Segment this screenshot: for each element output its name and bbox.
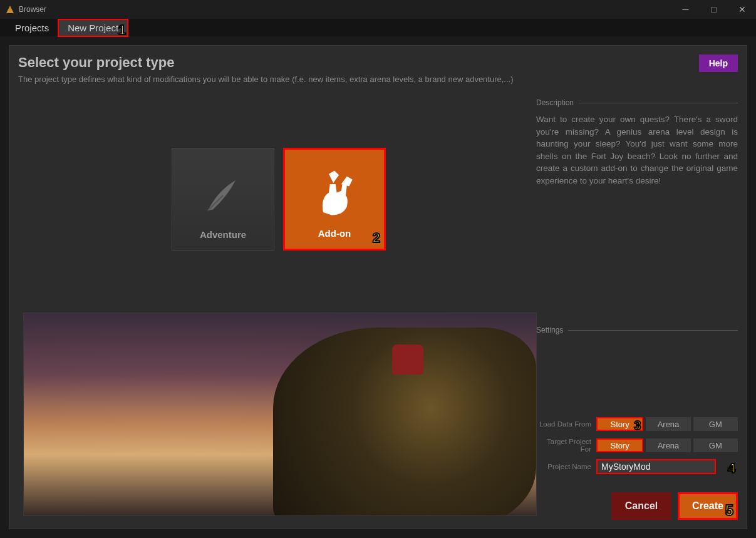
- page-title: Select your project type: [18, 54, 514, 71]
- load-arena-button[interactable]: Arena: [646, 417, 690, 431]
- tab-new-project[interactable]: New Project 1: [58, 19, 128, 37]
- tab-projects[interactable]: Projects: [6, 20, 58, 36]
- load-gm-button[interactable]: GM: [693, 417, 738, 431]
- close-button[interactable]: ✕: [728, 0, 756, 19]
- project-name-input[interactable]: [596, 459, 716, 474]
- annotation-2: 2: [373, 231, 380, 245]
- card-addon[interactable]: Add-on 2: [283, 148, 386, 251]
- load-data-from-label: Load Data From: [536, 420, 596, 428]
- target-project-segment: Story Arena GM: [596, 438, 738, 452]
- annotation-4: 4: [728, 462, 735, 475]
- card-adventure[interactable]: Adventure: [172, 148, 274, 251]
- load-story-button[interactable]: Story 3: [596, 417, 643, 431]
- preview-image: [23, 313, 537, 516]
- feather-icon: [198, 161, 248, 229]
- section-title: Description: [536, 98, 574, 107]
- annotation-1: 1: [118, 23, 126, 37]
- tab-label: New Project: [68, 23, 118, 33]
- description-text: Want to create your own quests? There's …: [536, 113, 738, 187]
- main-panel: Select your project type The project typ…: [9, 45, 747, 529]
- tab-label: Projects: [15, 23, 49, 33]
- target-story-button[interactable]: Story: [596, 438, 643, 452]
- section-title: Settings: [536, 326, 563, 334]
- window-title: Browser: [19, 5, 46, 14]
- card-label: Adventure: [200, 229, 246, 240]
- window-controls: ─ □ ✕: [671, 0, 756, 19]
- page-subtitle: The project type defines what kind of mo…: [18, 75, 514, 84]
- svg-line-0: [208, 195, 223, 210]
- settings-section-label: Settings: [536, 326, 738, 334]
- wrench-fist-icon: [306, 162, 363, 228]
- target-project-label: Target Project For: [536, 438, 596, 453]
- maximize-button[interactable]: □: [700, 0, 728, 19]
- create-button[interactable]: Create 5: [678, 492, 738, 520]
- target-gm-button[interactable]: GM: [693, 438, 738, 452]
- description-section-label: Description: [536, 98, 738, 107]
- load-data-segment: Story 3 Arena GM: [596, 417, 738, 431]
- minimize-button[interactable]: ─: [671, 0, 700, 19]
- annotation-5: 5: [725, 503, 733, 518]
- app-icon: [5, 4, 15, 14]
- help-button[interactable]: Help: [699, 54, 738, 72]
- cancel-button[interactable]: Cancel: [611, 492, 671, 520]
- project-name-label: Project Name: [536, 463, 596, 470]
- tabbar: Projects New Project 1: [0, 19, 756, 36]
- titlebar: Browser ─ □ ✕: [0, 0, 756, 19]
- button-label: Create: [692, 500, 723, 512]
- seg-label: Story: [610, 420, 629, 429]
- annotation-3: 3: [634, 419, 641, 432]
- right-column: Description Want to create your own ques…: [536, 98, 738, 520]
- card-label: Add-on: [318, 228, 351, 239]
- target-arena-button[interactable]: Arena: [646, 438, 690, 452]
